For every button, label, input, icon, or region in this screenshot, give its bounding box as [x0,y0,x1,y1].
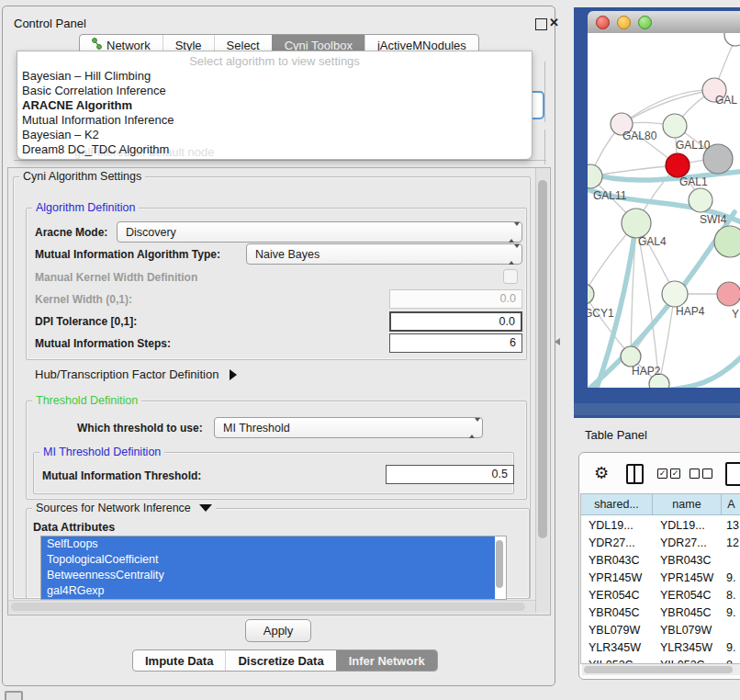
list-item[interactable]: gal4RGexp [41,583,495,599]
expand-right-icon [230,369,237,380]
tab-infer-network[interactable]: Infer Network [336,650,437,671]
hub-definition-expander[interactable]: Hub/Transcription Factor Definition [35,367,237,381]
group-title: Cyni Algorithm Settings [19,170,145,183]
select-all-checkbox-icon[interactable]: ✓ [670,469,680,479]
file-icon[interactable] [725,462,740,486]
close-traffic-light-icon[interactable] [596,16,610,29]
table-row[interactable]: YPR145WYPR145W9. [581,570,740,587]
node-pink [717,282,740,306]
scrollbar-thumb[interactable] [11,603,525,611]
table-panel-title: Table Panel [585,428,647,442]
node-table: shared... name A YDL19...YDL19...13 YDR2… [580,493,740,664]
stepper-arrows-icon [509,226,515,238]
node-label: GAL80 [622,130,656,142]
menu-item-basic-correlation[interactable]: Basic Correlation Inference [22,84,166,97]
menu-item-bayesian-hill-climbing[interactable]: Bayesian – Hill Climbing [22,69,151,83]
node-gal4 [622,209,651,238]
node-gcy1 [588,284,594,304]
menu-item-dream8[interactable]: Dream8 DC_TDC Algorithm [22,142,169,156]
panel-title: Control Panel [14,17,86,30]
column-header-name[interactable]: name [653,494,722,515]
horizontal-scrollbar[interactable] [8,600,535,614]
sources-collapse-toggle[interactable]: Sources for Network Inference [32,502,216,514]
zoom-traffic-light-icon[interactable] [638,16,652,29]
dropdown-prompt: Select algorithm to view settings [17,54,532,68]
table-row[interactable]: YER054CYER054C8. [581,587,740,604]
network-view-window: GAL GAL80 GAL10 GAL1 GAL11 SWI4 GAL4 GCY… [574,7,740,418]
menu-item-aracne[interactable]: ARACNE Algorithm [22,98,132,112]
node-label: HAP2 [632,365,660,378]
node-label: GAL11 [593,189,626,202]
apply-button[interactable]: Apply [245,619,311,642]
collapsed-panel-icon[interactable] [5,691,23,700]
network-window-titlebar[interactable] [588,11,740,33]
node-label: Y [732,308,739,321]
split-view-icon[interactable] [626,464,644,484]
tab-discretize-data[interactable]: Discretize Data [225,650,335,671]
mi-steps-label: Mutual Information Steps: [35,337,171,350]
node-big-green [714,226,740,257]
collapse-down-icon [199,504,212,512]
group-title: Threshold Definition [32,394,141,407]
column-header-shared[interactable]: shared... [581,494,653,515]
menu-item-mutual-information[interactable]: Mutual Information Inference [22,113,174,127]
mi-type-label: Mutual Information Algorithm Type: [35,248,220,261]
table-row[interactable]: YBR045CYBR045C9. [581,604,740,622]
deselect-all-checkbox-icon[interactable] [702,469,712,479]
tab-impute-data[interactable]: Impute Data [133,650,225,671]
group-title: Algorithm Definition [32,201,139,214]
kernel-width-field[interactable]: 0.0 [389,289,522,309]
dpi-tolerance-field[interactable]: 0.0 [389,311,522,332]
list-item[interactable]: SelfLoops [41,536,495,552]
node-label: HAP4 [676,305,704,318]
table-row[interactable]: YBL079WYBL079W [581,622,740,639]
network-canvas[interactable]: GAL GAL80 GAL10 GAL1 GAL11 SWI4 GAL4 GCY… [588,33,740,388]
stepper-arrows-icon [469,422,476,434]
manual-kernel-checkbox[interactable] [503,269,518,284]
node-gal1 [666,153,690,177]
node-label: GAL1 [679,175,708,188]
aracne-mode-select[interactable]: Discovery [117,221,522,243]
table-horizontal-scrollbar[interactable] [582,664,740,675]
group-title: MI Threshold Definition [39,446,164,458]
which-threshold-label: Which threshold to use: [77,422,203,435]
gear-icon[interactable]: ⚙ [594,463,609,483]
nodes[interactable] [588,33,740,388]
list-item[interactable]: BetweennessCentrality [41,568,495,583]
node-gal10 [663,114,687,138]
manual-kernel-label: Manual Kernel Width Definition [35,271,197,284]
table-row[interactable]: YDR27...YDR27...12 [581,535,740,552]
deselect-all-checkbox-icon[interactable] [690,469,700,479]
table-row[interactable]: YLR345WYLR345W9. [581,639,740,657]
select-all-checkbox-icon[interactable]: ✓ [657,469,667,479]
node-swi4 [689,188,712,212]
mi-threshold-field[interactable]: 0.5 [386,465,514,484]
aracne-mode-label: Aracne Mode: [35,226,107,239]
table-row[interactable]: YBR043CYBR043C [581,552,740,570]
stepper-arrows-icon [509,248,515,260]
scrollbar-thumb[interactable] [538,180,547,538]
splitter-collapse-icon[interactable] [555,338,560,345]
mi-threshold-label: Mutual Information Threshold: [42,469,201,482]
list-item[interactable]: TopologicalCoefficient [41,552,495,568]
vertical-scrollbar[interactable] [535,168,549,613]
table-row[interactable]: YIL052CYIL052C8. [581,657,740,664]
data-attributes-list: SelfLoops TopologicalCoefficient Between… [40,536,507,600]
float-window-icon[interactable] [535,18,547,30]
network-graph [588,33,740,388]
column-header-a[interactable]: A [722,494,740,515]
table-row[interactable]: YDL19...YDL19...13 [581,517,740,535]
node-label: SWI4 [700,213,726,226]
menu-item-bayesian-k2[interactable]: Bayesian – K2 [22,128,99,141]
window-frame-strip [574,403,740,415]
scrollbar-thumb[interactable] [584,666,733,673]
list-scrollbar[interactable] [496,540,503,588]
dpi-tolerance-label: DPI Tolerance [0,1]: [35,315,137,328]
thick-edges [588,171,740,388]
close-icon[interactable]: ✕ [549,16,559,29]
node-label: GAL10 [676,139,710,152]
mi-type-select[interactable]: Naive Bayes [246,243,522,265]
minimize-traffic-light-icon[interactable] [617,16,631,29]
which-threshold-select[interactable]: MI Threshold [214,417,483,438]
mi-steps-field[interactable]: 6 [389,333,522,353]
